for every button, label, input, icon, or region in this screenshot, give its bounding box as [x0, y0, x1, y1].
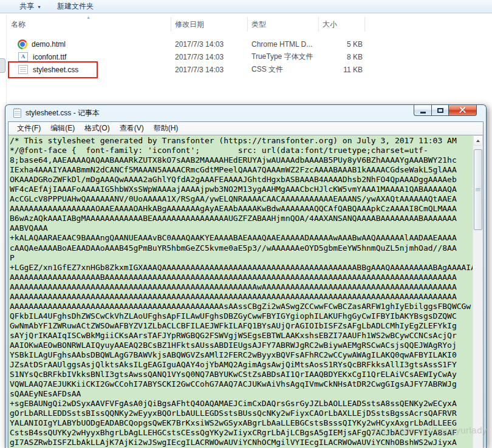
file-type-cell: TrueType 字体文件	[248, 52, 319, 62]
notepad-menubar: 文件(F)编辑(E)格式(O)查看(V)帮助(H)	[9, 122, 483, 135]
file-name-label: demo.html	[32, 40, 66, 49]
close-icon	[459, 107, 466, 114]
column-header-0[interactable]: 名称	[7, 17, 171, 32]
nav-pane-scrollbar-thumb[interactable]	[0, 58, 5, 73]
file-date-cell: 2017/7/3 14:03	[171, 66, 248, 74]
menu-item-0[interactable]: 文件(F)	[12, 123, 46, 134]
notepad-textarea[interactable]: /* This stylesheet generated by Transfon…	[9, 135, 483, 448]
close-button[interactable]	[448, 105, 477, 116]
explorer-toolbar: 共享 ▼ 新建文件夹	[0, 0, 492, 13]
file-type-cell: CSS 文件	[248, 64, 319, 75]
notepad-text[interactable]: /* This stylesheet generated by Transfon…	[9, 135, 473, 448]
minimize-icon	[420, 112, 426, 114]
file-list: demo.html2017/7/3 14:03Chrome HTML D...5…	[7, 38, 492, 76]
share-button-label: 共享	[19, 1, 34, 12]
notepad-title: stylesheet.css - 记事本	[26, 108, 100, 118]
new-folder-button-label: 新建文件夹	[57, 1, 94, 12]
minimize-button[interactable]	[414, 105, 431, 116]
chrome-icon	[18, 39, 27, 49]
notepad-scrollbar[interactable]	[473, 135, 483, 448]
column-header-2[interactable]: 类型	[248, 17, 319, 32]
menu-item-3[interactable]: 查看(V)	[115, 123, 149, 134]
scroll-thumb[interactable]	[474, 149, 482, 230]
column-header-3[interactable]: 大小	[319, 17, 365, 32]
file-name-cell: demo.html	[7, 39, 171, 49]
nav-pane-divider	[6, 14, 7, 104]
file-date-cell: 2017/7/3 14:03	[171, 53, 248, 61]
caption-buttons	[414, 105, 477, 116]
notepad-icon	[13, 109, 21, 118]
thumb-grip-icon	[476, 188, 480, 192]
file-name-label: iconfont.ttf	[33, 53, 66, 61]
scroll-up-button[interactable]	[473, 135, 483, 146]
maximize-icon	[437, 108, 443, 113]
column-headers: 名称修改日期类型大小	[7, 17, 492, 32]
notepad-client: 文件(F)编辑(E)格式(O)查看(V)帮助(H) /* This styles…	[8, 121, 483, 448]
file-row[interactable]: stylesheet.css2017/7/3 14:03CSS 文件11 KB	[7, 63, 492, 76]
file-size-cell: 11 KB	[319, 66, 363, 74]
highlight-red-box	[8, 61, 98, 78]
file-name-cell: iconfont.ttf	[7, 52, 171, 61]
file-type-cell: Chrome HTML D...	[248, 40, 319, 49]
new-folder-button[interactable]: 新建文件夹	[57, 1, 94, 12]
font-file-icon	[18, 52, 28, 61]
notepad-window: stylesheet.css - 记事本 文件(F)编辑(E)格式(O)查看(V…	[5, 104, 487, 448]
menu-item-4[interactable]: 帮助(H)	[149, 123, 183, 134]
file-date-cell: 2017/7/3 14:03	[171, 40, 248, 49]
file-size-cell: 5 KB	[319, 40, 363, 49]
chevron-down-icon: ▼	[37, 5, 41, 9]
notepad-titlebar[interactable]: stylesheet.css - 记事本	[5, 105, 486, 121]
menu-item-1[interactable]: 编辑(E)	[46, 123, 80, 134]
column-header-1[interactable]: 修改日期	[171, 17, 248, 32]
arrow-up-icon	[476, 140, 480, 142]
watermark: blog.csdn.net/hongyurlady	[373, 425, 487, 435]
menu-item-2[interactable]: 格式(O)	[80, 123, 114, 134]
file-size-cell: 8 KB	[319, 53, 363, 61]
share-button[interactable]: 共享 ▼	[19, 1, 41, 12]
file-row[interactable]: demo.html2017/7/3 14:03Chrome HTML D...5…	[7, 38, 492, 50]
maximize-button[interactable]	[431, 105, 448, 116]
